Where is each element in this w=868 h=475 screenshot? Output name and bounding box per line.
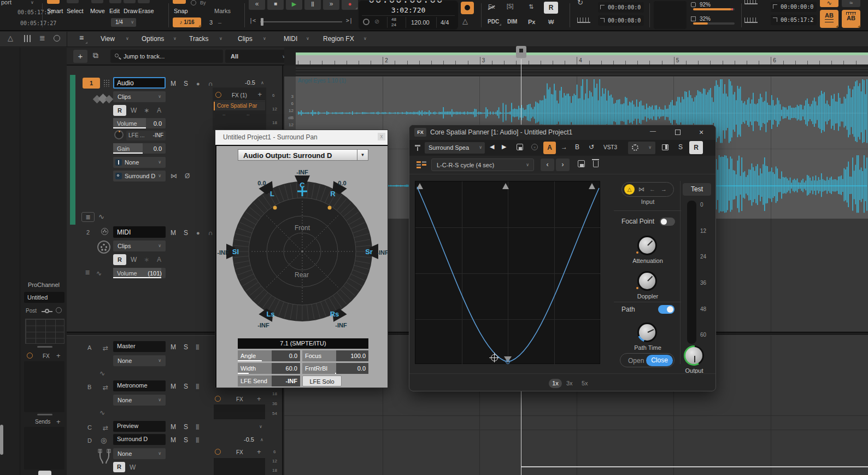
track2-arm-button[interactable]: ● <box>196 230 200 236</box>
punch-ruler-icon[interactable] <box>577 17 590 23</box>
busC-name-field[interactable]: Preview <box>113 421 166 432</box>
hamburger-menu[interactable]: ≡ <box>75 33 88 44</box>
close-icon[interactable]: × <box>699 128 703 137</box>
fx-power-icon[interactable] <box>27 353 33 359</box>
dock-icon[interactable] <box>662 144 668 150</box>
busD-gain-value[interactable]: -0.5 <box>244 436 254 443</box>
busD-name-field[interactable]: Surround D <box>113 434 166 445</box>
track-filter-dropdown[interactable]: All ∨ <box>225 50 290 63</box>
sample-rate[interactable]: 48 <box>391 17 396 22</box>
lfe-knob-icon[interactable] <box>114 130 124 139</box>
prochannel-name-field[interactable]: Untitled <box>24 292 64 303</box>
record-arm-button[interactable]: R <box>689 141 703 154</box>
focal-point-toggle[interactable] <box>660 218 675 226</box>
track2-auto-button[interactable]: A <box>157 256 161 263</box>
attenuation-knob[interactable] <box>637 236 657 255</box>
ripple-button[interactable]: ≈ <box>842 0 860 7</box>
rail-bottom-button[interactable] <box>38 471 51 475</box>
track1-write-button[interactable]: W <box>131 107 137 114</box>
surround-pan-dialog[interactable]: Untitled Project1 - Surround Pan x Audio… <box>215 130 388 388</box>
pause-button[interactable]: || <box>304 0 321 10</box>
timeline-ruler[interactable]: 23456 <box>284 47 868 66</box>
width-field[interactable]: Width 60.0 <box>238 363 300 374</box>
menu-item-clips[interactable]: Clips <box>238 35 253 43</box>
busD-solo[interactable]: S <box>184 436 188 444</box>
compare-a-button[interactable]: A <box>543 142 556 154</box>
prev-preset-icon[interactable]: ◀ <box>490 143 494 150</box>
global-record-arm-button[interactable]: R <box>544 2 558 14</box>
busC-solo[interactable]: S <box>184 423 188 431</box>
fx-power-icon[interactable] <box>215 396 221 402</box>
sends-add-button[interactable]: + <box>56 418 61 426</box>
track1-input-dropdown[interactable]: None ∨ <box>113 157 166 168</box>
busC-mute[interactable]: M <box>171 423 176 431</box>
save-path-icon[interactable] <box>578 160 585 167</box>
track2-number[interactable]: 2 <box>86 229 90 236</box>
spatial-panner-window[interactable]: FX Core Spatial Panner [1: Audio] - Unti… <box>409 125 716 391</box>
snap-icon[interactable] <box>173 0 186 4</box>
frntrrbl-field[interactable]: FrntRrBl 0.0 <box>302 363 368 374</box>
smart-tool-icon[interactable] <box>47 0 60 4</box>
rewind-button[interactable]: « <box>249 0 265 10</box>
loop-icon[interactable]: ↻ <box>577 0 583 7</box>
expand-icon[interactable]: ∨ <box>259 424 262 429</box>
track1-number-badge[interactable]: 1 <box>83 78 100 89</box>
input-warning-icon[interactable]: △ <box>624 184 635 195</box>
envelope-icon[interactable]: ∿ <box>99 370 105 377</box>
busB-fx-bin[interactable] <box>214 404 265 419</box>
busA-solo[interactable]: S <box>184 343 188 351</box>
track1-auto-button[interactable]: A <box>157 107 161 114</box>
metronome-icon[interactable]: △ <box>462 17 468 25</box>
compare-b-button[interactable]: B <box>575 143 579 151</box>
exclusive-arm-icon[interactable]: ⇅ <box>529 3 533 10</box>
panner-titlebar[interactable]: FX Core Spatial Panner [1: Audio] - Unti… <box>409 125 716 140</box>
bit-depth[interactable]: 24 <box>391 22 396 27</box>
splitter-handle[interactable] <box>37 414 52 415</box>
open-button[interactable]: Open <box>628 357 644 365</box>
tool-label-erase[interactable]: Erase <box>138 8 154 14</box>
menu-item-tracks[interactable]: Tracks <box>189 35 209 43</box>
chevron-down-icon[interactable]: ∨ <box>219 36 222 41</box>
busA-mute[interactable]: M <box>171 343 176 351</box>
selection-end-field[interactable]: 00:05:17:2 <box>771 15 817 25</box>
track1-solo-button[interactable]: S <box>184 80 188 87</box>
fast-forward-button[interactable]: » <box>323 0 339 10</box>
track2-solo-button[interactable]: S <box>184 229 188 237</box>
chevron-down-icon[interactable]: ∨ <box>126 36 129 41</box>
ab-ruler-button[interactable]: AB <box>842 10 860 28</box>
input-bowtie-icon[interactable]: ⋈ <box>638 186 644 193</box>
next-path-button[interactable]: › <box>556 159 570 171</box>
maximize-icon[interactable] <box>675 130 681 135</box>
playhead-marker[interactable] <box>516 46 526 58</box>
solo-button[interactable]: S <box>678 143 683 151</box>
tool-label-draw[interactable]: Draw <box>124 8 138 14</box>
menu-item-midi[interactable]: MIDI <box>284 35 297 43</box>
port-dropdown[interactable]: port <box>1 0 11 5</box>
post-label[interactable]: Post <box>26 308 37 314</box>
automation-lane-button[interactable]: ≣ <box>81 269 93 278</box>
track1-name-field[interactable]: Audio <box>113 77 166 89</box>
track1-snapshot-button[interactable]: ∗ <box>144 107 149 114</box>
prev-path-button[interactable]: ‹ <box>541 159 554 171</box>
speed-5x[interactable]: 5x <box>582 380 588 386</box>
track1-volume-slider[interactable]: Volume 0.0 <box>113 118 166 128</box>
fx-add-button[interactable]: + <box>257 395 261 403</box>
track-search-input[interactable]: Jump to track... <box>110 50 223 63</box>
input-left-icon[interactable]: ← <box>649 186 655 192</box>
track1-clips-dropdown[interactable]: Clips ∨ <box>113 91 166 102</box>
collapse-icon[interactable]: ∧ <box>261 80 264 85</box>
busD-fx-bin[interactable] <box>214 458 265 475</box>
draw-resolution-dropdown[interactable]: 1/4 ∨ <box>111 18 136 27</box>
solo-mode-icon[interactable]: [S] <box>507 3 513 9</box>
busB-solo[interactable]: S <box>184 383 188 390</box>
ab-compare-button[interactable]: AB <box>820 10 838 28</box>
time-signature[interactable]: 4/4 <box>441 19 449 26</box>
tool-label-select[interactable]: Select <box>67 8 84 14</box>
fx-add-button[interactable]: + <box>257 90 262 98</box>
minimize-icon[interactable]: — <box>650 127 656 134</box>
waveform-preview-icon[interactable]: ₩ <box>548 19 554 25</box>
path-node[interactable] <box>506 360 510 364</box>
path-toggle[interactable] <box>658 305 675 314</box>
wave-audition-button[interactable]: ∿ <box>820 0 838 7</box>
select-ruler-icon[interactable] <box>744 0 758 4</box>
